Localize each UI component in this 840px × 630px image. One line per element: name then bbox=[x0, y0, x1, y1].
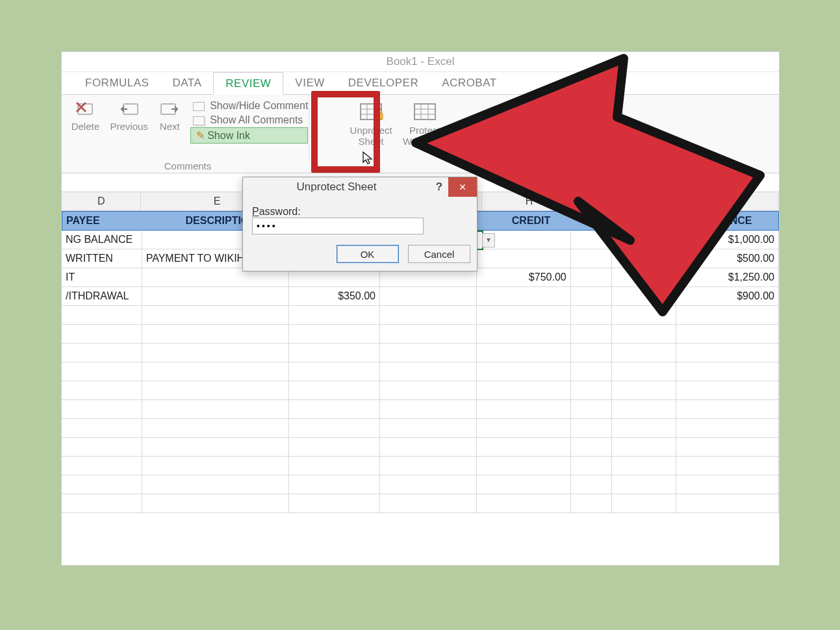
show-hide-comment-icon bbox=[193, 102, 205, 111]
col-header-D[interactable]: D bbox=[62, 192, 141, 210]
show-all-comments-icon bbox=[193, 116, 205, 125]
unprotect-sheet-icon bbox=[357, 100, 385, 123]
ribbon-tabs: FORMULAS DATA REVIEW VIEW DEVELOPER ACRO… bbox=[62, 72, 779, 95]
cell[interactable]: /ITHDRAWAL bbox=[62, 287, 142, 305]
table-row[interactable] bbox=[62, 419, 779, 438]
hdr-credit: CREDIT bbox=[484, 212, 578, 230]
show-all-comments-button[interactable]: Show All Comments bbox=[190, 113, 309, 127]
next-comment-icon bbox=[159, 100, 181, 120]
hdr-payee: PAYEE bbox=[62, 212, 145, 230]
table-row[interactable] bbox=[62, 400, 779, 419]
cell[interactable] bbox=[477, 249, 571, 268]
col-header-I[interactable]: I bbox=[577, 192, 613, 210]
unprotect-sheet-dialog: Unprotect Sheet ? × PPassword:assword: O… bbox=[242, 177, 477, 271]
ribbon-group-comments: Delete Previous Next Show/Hide Comment S… bbox=[67, 99, 309, 160]
table-row[interactable] bbox=[62, 438, 779, 457]
hdr-blank bbox=[578, 212, 614, 230]
cell[interactable]: $1,250.00 bbox=[676, 268, 779, 286]
ribbon: Delete Previous Next Show/Hide Comment S… bbox=[62, 95, 779, 173]
cell[interactable] bbox=[571, 268, 612, 286]
protect-workbook-icon bbox=[411, 100, 439, 123]
table-row[interactable] bbox=[62, 362, 779, 381]
next-comment-button[interactable]: Next bbox=[155, 99, 185, 133]
password-input[interactable] bbox=[252, 218, 424, 234]
tab-acrobat[interactable]: ACROBAT bbox=[430, 72, 508, 94]
cell[interactable] bbox=[571, 249, 612, 268]
table-row[interactable] bbox=[62, 325, 779, 344]
svg-rect-11 bbox=[414, 104, 435, 120]
app-title: Book1 - Excel bbox=[62, 52, 779, 72]
tab-view[interactable]: VIEW bbox=[283, 72, 336, 94]
pen-icon: ✎ bbox=[196, 130, 205, 141]
col-header-J[interactable]: J bbox=[613, 192, 674, 210]
cancel-button[interactable]: Cancel bbox=[408, 245, 470, 263]
tab-review[interactable]: REVIEW bbox=[213, 72, 283, 95]
cell[interactable] bbox=[142, 287, 289, 305]
previous-comment-icon bbox=[118, 100, 140, 120]
show-hide-comment-button[interactable]: Show/Hide Comment bbox=[190, 99, 309, 113]
next-comment-label: Next bbox=[160, 121, 180, 132]
ribbon-group-changes: Unprotect Sheet Protect Workbook bbox=[314, 99, 483, 160]
cell[interactable]: $900.00 bbox=[676, 287, 779, 305]
unprotect-sheet-label-1: Unprotect bbox=[350, 125, 392, 136]
hdr-balance: BALANCE bbox=[675, 212, 778, 230]
table-row[interactable]: /ITHDRAWAL $350.00 $900.00 bbox=[62, 287, 779, 306]
table-row[interactable] bbox=[62, 494, 779, 513]
protect-workbook-label-2: Workbook bbox=[403, 136, 446, 147]
delete-comment-label: Delete bbox=[71, 121, 99, 132]
cell[interactable] bbox=[612, 231, 676, 249]
col-header-H[interactable]: H bbox=[482, 192, 576, 210]
cell[interactable]: $1,000.00 bbox=[676, 231, 779, 249]
cell[interactable]: $750.00 bbox=[477, 268, 571, 286]
hdr-income: INCOME bbox=[613, 212, 674, 230]
tab-data[interactable]: DATA bbox=[160, 72, 213, 94]
delete-comment-button[interactable]: Delete bbox=[68, 99, 103, 133]
dialog-title: Unprotect Sheet bbox=[243, 181, 430, 194]
cell[interactable] bbox=[571, 231, 612, 249]
show-ink-button[interactable]: ✎ Show Ink bbox=[190, 127, 309, 144]
table-row[interactable] bbox=[62, 381, 779, 400]
cell[interactable]: IT bbox=[62, 268, 142, 286]
dialog-help-button[interactable]: ? bbox=[430, 181, 448, 194]
ok-button[interactable]: OK bbox=[337, 245, 399, 263]
cell[interactable] bbox=[477, 231, 571, 249]
protect-workbook-label-1: Protect bbox=[409, 125, 440, 136]
cell[interactable]: WRITTEN bbox=[62, 249, 142, 268]
unprotect-sheet-label-2: Sheet bbox=[359, 136, 384, 147]
cell[interactable] bbox=[612, 287, 676, 305]
show-ink-label: Show Ink bbox=[207, 130, 250, 141]
previous-comment-button[interactable]: Previous bbox=[106, 99, 151, 133]
dialog-close-button[interactable]: × bbox=[448, 177, 477, 197]
cell[interactable] bbox=[477, 287, 571, 305]
password-label: PPassword:assword: bbox=[252, 206, 301, 217]
cell[interactable] bbox=[571, 287, 612, 305]
tab-developer[interactable]: DEVELOPER bbox=[337, 72, 430, 94]
unprotect-sheet-button[interactable]: Unprotect Sheet bbox=[346, 99, 396, 148]
table-row[interactable] bbox=[62, 457, 779, 475]
show-hide-comment-label: Show/Hide Comment bbox=[210, 100, 308, 111]
cell[interactable] bbox=[612, 249, 676, 268]
comments-group-label: Comments bbox=[67, 160, 309, 171]
cell[interactable] bbox=[612, 268, 676, 286]
table-row[interactable] bbox=[62, 344, 779, 362]
show-all-comments-label: Show All Comments bbox=[210, 114, 303, 125]
sheet-rows: NG BALANCE $1,000.00 WRITTEN PAYMENT TO … bbox=[62, 231, 779, 513]
table-row[interactable] bbox=[62, 306, 779, 325]
tab-formulas[interactable]: FORMULAS bbox=[73, 72, 160, 94]
cell[interactable]: $350.00 bbox=[289, 287, 380, 305]
cell[interactable] bbox=[380, 287, 477, 305]
protect-workbook-button[interactable]: Protect Workbook bbox=[399, 99, 450, 148]
svg-rect-10 bbox=[375, 113, 383, 120]
previous-comment-label: Previous bbox=[110, 121, 147, 132]
delete-comment-icon bbox=[74, 100, 96, 120]
cell[interactable]: NG BALANCE bbox=[62, 231, 142, 249]
table-row[interactable] bbox=[62, 475, 779, 494]
col-header-K[interactable]: K bbox=[675, 192, 779, 210]
dialog-titlebar[interactable]: Unprotect Sheet ? × bbox=[243, 177, 477, 197]
cell[interactable]: $500.00 bbox=[676, 249, 779, 268]
excel-window: Book1 - Excel FORMULAS DATA REVIEW VIEW … bbox=[62, 52, 779, 565]
